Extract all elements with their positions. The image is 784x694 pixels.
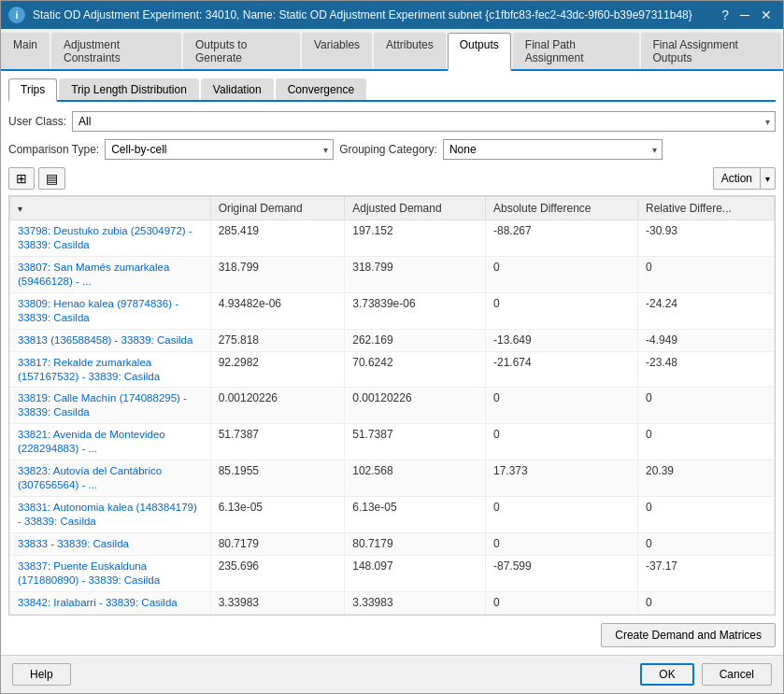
footer: Help OK Cancel xyxy=(1,655,783,693)
cell-relative-difference: 0 xyxy=(637,591,774,614)
cell-relative-difference: -37.17 xyxy=(637,555,774,591)
action-button-wrapper: Action ▾ xyxy=(713,167,776,190)
user-class-select[interactable]: All xyxy=(72,111,776,132)
action-dropdown-arrow[interactable]: ▾ xyxy=(760,167,776,190)
cell-relative-difference: 0 xyxy=(637,256,774,292)
user-class-row: User Class: All xyxy=(8,111,776,132)
tab-main[interactable]: Main xyxy=(1,33,50,69)
title-bar: i Static OD Adjustment Experiment: 34010… xyxy=(1,1,783,29)
cell-od[interactable]: 33798: Deustuko zubia (25304972) - 33839… xyxy=(10,220,211,257)
cell-relative-difference: 0 xyxy=(637,497,774,533)
table-row: 33831: Autonomia kalea (148384179) - 338… xyxy=(10,497,775,533)
table-row: 33798: Deustuko zubia (25304972) - 33839… xyxy=(10,220,775,257)
cell-original-demand: 285.419 xyxy=(210,220,345,257)
tab-outputs-to-generate[interactable]: Outputs to Generate xyxy=(183,33,300,69)
col-header-absolute-difference[interactable]: Absolute Difference xyxy=(485,197,637,220)
cell-original-demand: 85.1955 xyxy=(210,460,345,497)
cell-original-demand: 80.7179 xyxy=(210,532,345,555)
sub-tab-trips[interactable]: Trips xyxy=(8,78,57,102)
grid-view-btn[interactable]: ⊞ xyxy=(8,167,35,190)
cell-od[interactable]: 33823: Autovía del Cantábrico (307656564… xyxy=(10,460,211,497)
grouping-category-select[interactable]: None By zone By district xyxy=(443,139,663,160)
tab-final-assignment-outputs[interactable]: Final Assignment Outputs xyxy=(641,33,781,69)
cell-original-demand: 275.818 xyxy=(210,329,345,351)
tab-adjustment-constraints[interactable]: Adjustment Constraints xyxy=(51,33,181,69)
cell-od[interactable]: 33837: Puente Euskalduna (171880890) - 3… xyxy=(10,555,211,591)
tab-outputs[interactable]: Outputs xyxy=(448,33,511,71)
main-window: i Static OD Adjustment Experiment: 34010… xyxy=(0,0,784,694)
cell-od[interactable]: 33842: Iralabarri - 33839: Casilda xyxy=(10,591,211,614)
window-title: Static OD Adjustment Experiment: 34010, … xyxy=(33,8,692,21)
cell-adjusted-demand: 0.00120226 xyxy=(345,388,486,424)
user-class-select-wrapper[interactable]: All xyxy=(72,111,776,132)
title-bar-controls[interactable]: ? ─ ✕ xyxy=(718,8,776,21)
title-bar-left: i Static OD Adjustment Experiment: 34010… xyxy=(8,7,692,23)
cell-od[interactable]: 33807: San Mamés zumarkalea (59466128) -… xyxy=(10,256,211,292)
cell-relative-difference: 0 xyxy=(637,388,774,424)
cell-absolute-difference: -88.267 xyxy=(485,220,637,257)
cell-original-demand: 0.00120226 xyxy=(210,388,345,424)
action-button[interactable]: Action xyxy=(713,167,760,190)
data-table: ▾ Original Demand Adjusted Demand Absolu… xyxy=(9,196,775,615)
cell-od[interactable]: 33831: Autonomia kalea (148384179) - 338… xyxy=(10,497,211,533)
cell-od[interactable]: 33819: Calle Machín (174088295) - 33839:… xyxy=(10,388,211,424)
help-icon-btn[interactable]: ? xyxy=(718,8,733,21)
content-area: Trips Trip Length Distribution Validatio… xyxy=(1,71,783,655)
table-row: 33817: Rekalde zumarkalea (157167532) - … xyxy=(10,351,775,388)
cell-od[interactable]: 33813 (136588458) - 33839: Casilda xyxy=(10,329,211,351)
cell-relative-difference: -23.48 xyxy=(637,351,774,388)
cell-absolute-difference: 0 xyxy=(485,292,637,329)
ok-button[interactable]: OK xyxy=(640,663,693,686)
cell-adjusted-demand: 51.7387 xyxy=(345,424,486,460)
table-wrapper[interactable]: ▾ Original Demand Adjusted Demand Absolu… xyxy=(9,196,775,615)
table-row: 33819: Calle Machín (174088295) - 33839:… xyxy=(10,388,775,424)
col-header-relative-difference[interactable]: Relative Differe... xyxy=(637,197,774,220)
tab-variables[interactable]: Variables xyxy=(302,33,372,69)
comparison-type-select[interactable]: Cell-by-cell Aggregate xyxy=(105,139,334,160)
user-class-label: User Class: xyxy=(8,115,66,128)
cell-adjusted-demand: 148.097 xyxy=(345,555,486,591)
grouping-category-select-wrapper[interactable]: None By zone By district xyxy=(443,139,663,160)
col-header-original-demand[interactable]: Original Demand xyxy=(210,197,345,220)
create-demand-matrices-btn[interactable]: Create Demand and Matrices xyxy=(601,623,776,647)
comparison-type-select-wrapper[interactable]: Cell-by-cell Aggregate xyxy=(105,139,334,160)
cell-original-demand: 318.799 xyxy=(210,256,345,292)
cell-original-demand: 92.2982 xyxy=(210,351,345,388)
cell-adjusted-demand: 197.152 xyxy=(345,220,486,257)
bottom-row: Create Demand and Matrices xyxy=(8,616,776,647)
cell-od[interactable]: 33833 - 33839: Casilda xyxy=(10,532,211,555)
cell-relative-difference: -4.949 xyxy=(637,329,774,351)
cell-absolute-difference: 0 xyxy=(485,532,637,555)
od-dropdown-arrow[interactable]: ▾ xyxy=(18,204,22,214)
cancel-button[interactable]: Cancel xyxy=(702,663,772,686)
app-icon: i xyxy=(8,7,25,23)
cell-relative-difference: 0 xyxy=(637,424,774,460)
cell-adjusted-demand: 70.6242 xyxy=(345,351,486,388)
minimize-btn[interactable]: ─ xyxy=(736,8,753,21)
footer-right: OK Cancel xyxy=(640,663,772,686)
table-row: 33833 - 33839: Casilda 80.7179 80.7179 0… xyxy=(10,532,775,555)
cell-adjusted-demand: 262.169 xyxy=(345,329,486,351)
cell-od[interactable]: 33809: Henao kalea (97874836) - 33839: C… xyxy=(10,292,211,329)
sub-tab-trip-length-distribution[interactable]: Trip Length Distribution xyxy=(59,78,199,100)
cell-od[interactable]: 33817: Rekalde zumarkalea (157167532) - … xyxy=(10,351,211,388)
sub-tab-convergence[interactable]: Convergence xyxy=(276,78,366,100)
cell-absolute-difference: -21.674 xyxy=(485,351,637,388)
col-header-adjusted-demand[interactable]: Adjusted Demand xyxy=(345,197,486,220)
table-header-row: ▾ Original Demand Adjusted Demand Absolu… xyxy=(10,197,775,220)
cell-od[interactable]: 33821: Avenida de Montevideo (228294883)… xyxy=(10,424,211,460)
cell-absolute-difference: 0 xyxy=(485,424,637,460)
help-button[interactable]: Help xyxy=(12,663,71,686)
table-view-btn[interactable]: ▤ xyxy=(38,167,65,190)
cell-adjusted-demand: 6.13e-05 xyxy=(345,497,486,533)
cell-relative-difference: -24.24 xyxy=(637,292,774,329)
tab-final-path-assignment[interactable]: Final Path Assignment xyxy=(513,33,639,69)
tab-attributes[interactable]: Attributes xyxy=(374,33,446,69)
comparison-type-row: Comparison Type: Cell-by-cell Aggregate … xyxy=(8,139,776,160)
cell-adjusted-demand: 102.568 xyxy=(345,460,486,497)
close-btn[interactable]: ✕ xyxy=(757,8,776,21)
table-row: 33837: Puente Euskalduna (171880890) - 3… xyxy=(10,555,775,591)
main-tab-bar: Main Adjustment Constraints Outputs to G… xyxy=(1,29,783,71)
comparison-type-label: Comparison Type: xyxy=(8,143,99,156)
sub-tab-validation[interactable]: Validation xyxy=(201,78,274,100)
